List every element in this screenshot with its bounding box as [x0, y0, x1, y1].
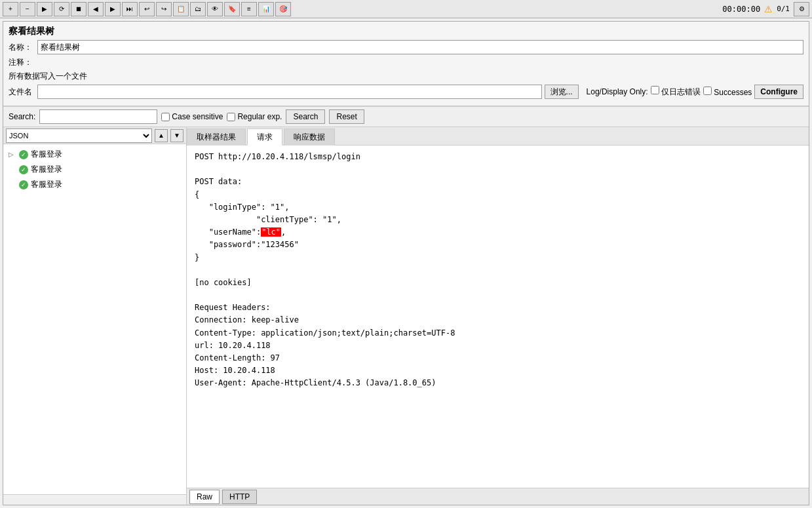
search-input[interactable] [39, 109, 157, 124]
successes-checkbox-label: Successes [703, 87, 752, 97]
comment-row: 注释： [9, 57, 803, 68]
tree-up-btn[interactable]: ▲ [155, 129, 168, 142]
status-icon-green: ✓ [19, 180, 28, 189]
timer-display: 00:00:00 [722, 5, 760, 14]
header-url: url: 10.20.4.118 [195, 341, 271, 350]
file-name-label: 文件名 [9, 87, 35, 98]
comment-label: 注释： [9, 57, 35, 68]
tree-item[interactable]: ✓ 客服登录 [3, 162, 186, 177]
format-select[interactable]: JSON XML Text HTML [6, 128, 152, 143]
toolbar-start-btn[interactable]: ▶ [37, 2, 52, 16]
request-headers-label: Request Headers: [195, 303, 271, 312]
toolbar-list-btn[interactable]: ≡ [241, 2, 257, 16]
expand-icon: ▷ [9, 151, 16, 158]
item-label: 客服登录 [31, 179, 62, 190]
regex-checkbox[interactable] [227, 113, 235, 121]
header-connection: Connection: keep-alive [195, 315, 299, 324]
toolbar-chart-btn[interactable]: 📊 [258, 2, 274, 16]
tab-request[interactable]: 请求 [247, 128, 282, 146]
no-cookies: [no cookies] [195, 278, 252, 287]
content-area: JSON XML Text HTML ▲ ▼ ▷ ✓ 客服登录 ✓ 客服 [3, 127, 809, 505]
header-content-length: Content-Length: 97 [195, 353, 280, 362]
case-sensitive-checkbox[interactable] [161, 113, 170, 121]
bottom-tab-http[interactable]: HTTP [222, 490, 257, 504]
file-row: 文件名 浏览... Log/Display Only: 仅日志错误 Succes… [9, 85, 803, 99]
highlighted-username: "lc" [261, 227, 281, 237]
toolbar-copy-btn[interactable]: 📋 [173, 2, 189, 16]
file-section-label: 所有数据写入一个文件 [9, 71, 87, 82]
tab-response-data[interactable]: 响应数据 [284, 128, 335, 146]
log-display-label: Log/Display Only: [587, 87, 648, 96]
toolbar-folder-btn[interactable]: 🗂 [190, 2, 206, 16]
name-input[interactable] [37, 40, 803, 54]
bottom-tab-raw[interactable]: Raw [189, 490, 220, 504]
search-label: Search: [9, 112, 35, 121]
toolbar-view-btn[interactable]: 👁 [207, 2, 223, 16]
name-label: 名称： [9, 42, 35, 53]
toolbar-undo-btn[interactable]: ↩ [139, 2, 155, 16]
page-info: 0/1 [777, 5, 790, 13]
regex-label: Regular exp. [227, 112, 282, 121]
header-user-agent: User-Agent: Apache-HttpClient/4.5.3 (Jav… [195, 378, 436, 387]
request-body: { "loginType": "1", "clientType": "1", "… [195, 190, 341, 262]
item-label: 客服登录 [31, 149, 62, 160]
tree-item[interactable]: ▷ ✓ 客服登录 [3, 147, 186, 162]
toolbar-refresh-btn[interactable]: ⟳ [54, 2, 69, 16]
configure-button[interactable]: Configure [754, 85, 803, 99]
tree-item[interactable]: ✓ 客服登录 [3, 177, 186, 192]
successes-checkbox[interactable] [703, 87, 712, 95]
reset-button[interactable]: Reset [329, 109, 364, 124]
search-button[interactable]: Search [286, 109, 325, 124]
name-row: 名称： [9, 40, 803, 54]
toolbar-bookmark-btn[interactable]: 🔖 [224, 2, 240, 16]
toolbar-remove-btn[interactable]: − [20, 2, 35, 16]
toolbar-target-btn[interactable]: 🎯 [275, 2, 291, 16]
post-data-label: POST data: [195, 177, 242, 186]
toolbar-settings-btn[interactable]: ⚙ [794, 2, 809, 16]
tree-panel: JSON XML Text HTML ▲ ▼ ▷ ✓ 客服登录 ✓ 客服 [3, 127, 187, 505]
errors-only-checkbox[interactable] [651, 86, 659, 94]
url-line: POST http://10.20.4.118/lsmsp/login [195, 152, 360, 161]
file-section-label-row: 所有数据写入一个文件 [9, 71, 803, 82]
main-panel: 察看结果树 名称： 注释： 所有数据写入一个文件 文件名 浏览... Log/D… [3, 21, 809, 505]
header-content-type: Content-Type: application/json;text/plai… [195, 328, 455, 338]
tree-items: ▷ ✓ 客服登录 ✓ 客服登录 ✓ 客服登录 [3, 144, 186, 494]
tree-scrollbar[interactable] [3, 494, 186, 505]
toolbar-prev-btn[interactable]: ◀ [88, 2, 104, 16]
right-panel: 取样器结果 请求 响应数据 POST http://10.20.4.118/ls… [187, 127, 809, 505]
toolbar-add-btn[interactable]: + [3, 2, 18, 16]
tabs-bar: 取样器结果 请求 响应数据 [187, 127, 809, 146]
bottom-bar: Raw HTTP [187, 488, 809, 505]
item-label: 客服登录 [31, 164, 62, 175]
case-sensitive-label: Case sensitive [161, 112, 223, 121]
panel-header: 察看结果树 名称： 注释： 所有数据写入一个文件 文件名 浏览... Log/D… [3, 22, 809, 106]
search-bar: Search: Case sensitive Regular exp. Sear… [3, 106, 809, 127]
toolbar-redo-btn[interactable]: ↪ [156, 2, 172, 16]
toolbar-stop-btn[interactable]: ⏹ [71, 2, 87, 16]
errors-only-checkbox-label: 仅日志错误 [651, 86, 701, 98]
browse-button[interactable]: 浏览... [545, 85, 579, 99]
header-host: Host: 10.20.4.118 [195, 366, 275, 375]
toolbar: + − ▶ ⟳ ⏹ ◀ ▶ ⏭ ↩ ↪ 📋 🗂 👁 🔖 ≡ 📊 🎯 00:00:… [0, 0, 812, 18]
tree-header: JSON XML Text HTML ▲ ▼ [3, 127, 186, 144]
status-icon-green: ✓ [19, 165, 28, 174]
panel-title: 察看结果树 [9, 26, 803, 37]
file-input[interactable] [37, 85, 542, 99]
tab-sampler-results[interactable]: 取样器结果 [187, 128, 246, 146]
toolbar-end-btn[interactable]: ⏭ [122, 2, 138, 16]
warning-icon: ⚠ [764, 4, 773, 14]
tree-down-btn[interactable]: ▼ [170, 129, 184, 142]
request-content: POST http://10.20.4.118/lsmsp/login POST… [187, 146, 809, 488]
toolbar-next-btn[interactable]: ▶ [105, 2, 121, 16]
status-icon-green: ✓ [19, 150, 28, 159]
